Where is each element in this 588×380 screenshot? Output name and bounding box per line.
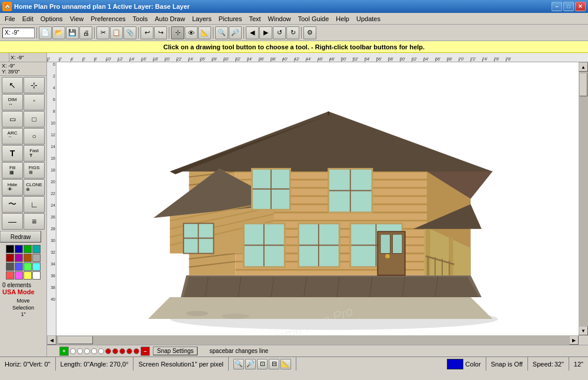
color-black[interactable] xyxy=(6,245,14,253)
color-ltmagenta[interactable] xyxy=(15,271,23,280)
color-green[interactable] xyxy=(24,245,32,253)
tb-settings[interactable]: ⚙ xyxy=(303,26,316,39)
tool-fill[interactable]: Fill▦ xyxy=(2,162,23,179)
menu-layers[interactable]: Layers xyxy=(189,14,215,23)
zoom-fit-btn[interactable]: ⊡ xyxy=(257,359,268,369)
tool-line[interactable]: — xyxy=(2,213,23,230)
vscroll-down[interactable]: ▼ xyxy=(579,326,588,335)
tool-text-fast[interactable]: FastT xyxy=(24,145,45,162)
menu-preferences[interactable]: Preferences xyxy=(87,14,129,23)
menu-text[interactable]: Text xyxy=(245,14,264,23)
tb-pan-right[interactable]: ▶ xyxy=(259,26,272,39)
tb-pan-left[interactable]: ◀ xyxy=(246,26,259,39)
menu-pictures[interactable]: Pictures xyxy=(215,14,246,23)
tool-text[interactable]: T xyxy=(2,145,23,162)
tb-new[interactable]: 📄 xyxy=(39,26,52,39)
snap-circle-10[interactable] xyxy=(133,348,139,354)
tb-undo[interactable]: ↩ xyxy=(141,26,153,39)
snap-circle-9[interactable] xyxy=(126,348,132,354)
color-yellow[interactable] xyxy=(24,271,32,280)
snap-circle-5[interactable] xyxy=(98,348,104,354)
color-magenta[interactable] xyxy=(15,254,23,262)
snap-settings-button[interactable]: Snap Settings xyxy=(153,347,198,355)
tb-rotate2[interactable]: ↻ xyxy=(286,26,299,39)
hscroll-thumb[interactable] xyxy=(58,336,93,344)
menu-options[interactable]: Options xyxy=(37,14,66,23)
snap-circle-6[interactable] xyxy=(105,348,111,354)
hscroll-left[interactable]: ◀ xyxy=(47,335,56,345)
drawing-canvas[interactable]: Home Plan Pro xyxy=(56,62,579,335)
zoom-measure-btn[interactable]: 📐 xyxy=(280,359,291,369)
menu-toolguide[interactable]: Tool Guide xyxy=(295,14,333,23)
tool-select[interactable]: ↖ xyxy=(2,77,23,93)
color-ltred[interactable] xyxy=(6,271,14,280)
close-button[interactable]: ✕ xyxy=(575,2,586,11)
snap-plus[interactable]: + xyxy=(59,347,69,356)
minimize-button[interactable]: – xyxy=(552,2,562,11)
snap-circle-8[interactable] xyxy=(119,348,125,354)
tool-arc[interactable]: ARC⌒ xyxy=(2,128,23,144)
tb-copy[interactable]: 📋 xyxy=(110,26,123,39)
tb-measure[interactable]: 📐 xyxy=(198,26,211,39)
snap-circle-7[interactable] xyxy=(112,348,118,354)
menu-autodraw[interactable]: Auto Draw xyxy=(151,14,188,23)
tool-rect2[interactable]: □ xyxy=(24,111,45,127)
menu-file[interactable]: File xyxy=(1,14,19,23)
snap-circle-2[interactable] xyxy=(77,348,83,354)
zoom-out-btn[interactable]: 🔍 xyxy=(233,359,244,369)
tb-zoomout[interactable]: 🔍 xyxy=(215,26,228,39)
zoom-in-btn[interactable]: 🔎 xyxy=(245,359,256,369)
tb-view[interactable]: 👁 xyxy=(185,26,198,39)
color-ltgreen[interactable] xyxy=(24,263,32,271)
tool-hide[interactable]: Hide👁 xyxy=(2,179,23,196)
color-darkgray[interactable] xyxy=(6,263,14,271)
menu-window[interactable]: Window xyxy=(265,14,295,23)
tb-redo[interactable]: ↪ xyxy=(154,26,167,39)
tb-save[interactable]: 💾 xyxy=(66,26,79,39)
tool-rect[interactable]: ▭ xyxy=(2,111,23,127)
menu-updates[interactable]: Updates xyxy=(353,14,384,23)
zoom-area-btn[interactable]: ⊟ xyxy=(269,359,279,369)
tb-open[interactable]: 📂 xyxy=(52,26,65,39)
color-cyan[interactable] xyxy=(32,245,41,253)
vscroll-track[interactable] xyxy=(579,72,588,326)
tb-zoomin[interactable]: 🔎 xyxy=(229,26,242,39)
tool-dim2[interactable]: ° xyxy=(24,94,45,110)
color-brown[interactable] xyxy=(24,254,32,262)
tool-figs[interactable]: FIGS⊞ xyxy=(24,162,45,179)
tb-paste[interactable]: 📎 xyxy=(123,26,136,39)
color-blue[interactable] xyxy=(15,245,23,253)
tb-cut[interactable]: ✂ xyxy=(96,26,109,39)
menu-help[interactable]: Help xyxy=(332,14,353,23)
color-ltblue[interactable] xyxy=(15,263,23,271)
snap-circle-4[interactable] xyxy=(91,348,97,354)
maximize-button[interactable]: □ xyxy=(563,2,574,11)
tb-select[interactable]: ⊹ xyxy=(171,26,184,39)
snap-circle-1[interactable] xyxy=(70,348,76,354)
color-ltcyan[interactable] xyxy=(32,263,41,271)
tb-rotate[interactable]: ↺ xyxy=(273,26,286,39)
tb-print[interactable]: 🖨 xyxy=(79,26,92,39)
color-white[interactable] xyxy=(32,271,41,280)
tool-spline[interactable]: 〜 xyxy=(2,196,23,213)
color-indicator[interactable] xyxy=(447,359,463,369)
tool-clone[interactable]: CLONE⊕ xyxy=(24,179,45,196)
color-red[interactable] xyxy=(6,254,14,262)
vscroll-thumb[interactable] xyxy=(579,73,587,96)
menu-tools[interactable]: Tools xyxy=(129,14,152,23)
vscroll-up[interactable]: ▲ xyxy=(579,62,588,72)
tool-select2[interactable]: ⊹ xyxy=(24,77,45,93)
snap-minus[interactable]: – xyxy=(141,347,150,356)
redraw-button[interactable]: Redraw xyxy=(0,231,41,243)
tool-dim[interactable]: DIM↔ xyxy=(2,94,23,110)
tool-multiline[interactable]: ≡ xyxy=(24,213,45,230)
tool-circle[interactable]: ○ xyxy=(24,128,45,144)
hscroll-track[interactable] xyxy=(56,335,569,345)
menu-view[interactable]: View xyxy=(66,14,88,23)
tool-row-3: ▭ □ xyxy=(1,111,45,127)
color-gray[interactable] xyxy=(32,254,41,262)
snap-circle-3[interactable] xyxy=(84,348,90,354)
tool-angle[interactable]: ∟ xyxy=(24,196,45,213)
menu-edit[interactable]: Edit xyxy=(19,14,37,23)
hscroll-right[interactable]: ▶ xyxy=(569,335,579,345)
